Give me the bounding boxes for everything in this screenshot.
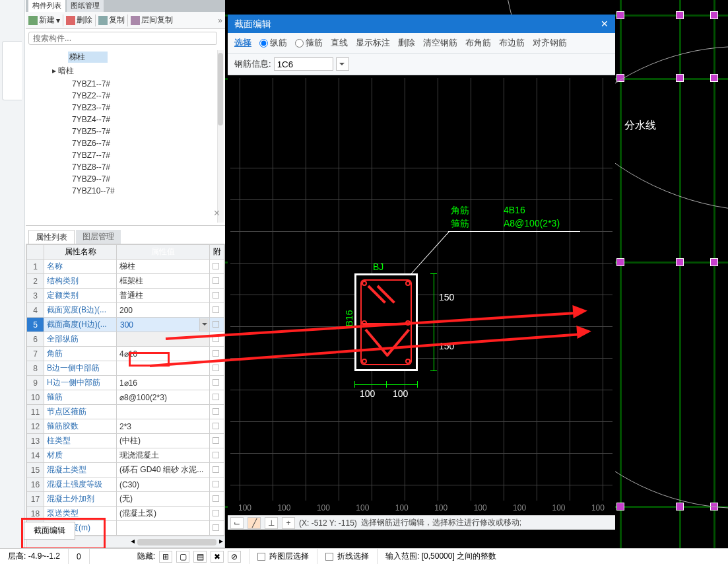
tree-item[interactable]: 7YBZ4--7# <box>72 114 225 125</box>
prop-row[interactable]: 9H边一侧中部筋1⌀16 <box>27 376 224 390</box>
tab-layer-mgmt[interactable]: 图层管理 <box>76 230 121 244</box>
tree-item[interactable]: 7YBZ7--7# <box>72 149 225 161</box>
stat-diag[interactable]: ╱ <box>248 517 261 529</box>
tool-edge[interactable]: 布边筋 <box>499 37 525 49</box>
prop-row[interactable]: 15混凝土类型(砾石 GD40 细砂 水泥... <box>27 463 224 477</box>
tree-root[interactable]: 梯柱 <box>68 52 108 63</box>
prop-value-dropdown[interactable] <box>199 318 209 331</box>
editor-canvas[interactable]: BJ B16 150 150 100 100 角筋 箍筋 4B16 A8@100… <box>228 75 615 516</box>
component-toolbar: 新建 ▾ 删除 复制 层间复制 » <box>26 12 225 29</box>
stat-plus[interactable]: + <box>282 517 295 529</box>
layercopy-icon <box>131 16 140 25</box>
tree-item[interactable]: 7YBZ5--7# <box>72 125 225 137</box>
tree-item[interactable]: 7YBZ1--7# <box>72 78 225 90</box>
annotation-label: 分水线 <box>624 119 656 133</box>
tool-delete[interactable]: 删除 <box>398 37 415 49</box>
tree-item[interactable]: 7YBZ3--7# <box>72 102 225 114</box>
tree-item[interactable]: 7YBZ10--7# <box>72 185 225 197</box>
col-attach: 附 <box>210 245 224 260</box>
hide-tool-1[interactable]: ⊞ <box>159 551 172 563</box>
tool-label[interactable]: 显示标注 <box>356 37 390 49</box>
tab-graph-manage[interactable]: 图纸管理 <box>67 0 104 12</box>
tree-item[interactable]: 7YBZ6--7# <box>72 137 225 149</box>
tool-select[interactable]: 选择 <box>234 37 251 49</box>
coord-readout: (X: -512 Y: -115) <box>299 518 357 528</box>
hide-tool-2[interactable]: ▢ <box>176 551 189 563</box>
stat-origin[interactable]: ⌙ <box>230 517 244 529</box>
tool-corner[interactable]: 布角筋 <box>465 37 491 49</box>
editor-close-icon[interactable]: ✕ <box>598 17 611 30</box>
tool-clear[interactable]: 清空钢筋 <box>423 37 457 49</box>
search-input[interactable] <box>28 32 217 45</box>
copy-icon <box>98 16 108 25</box>
zero-readout: 0 <box>77 552 81 561</box>
section-editor-window: 截面编辑 ✕ 选择 纵筋 箍筋 直线 显示标注 删除 清空钢筋 布角筋 布边筋 … <box>228 15 615 530</box>
steel-dropdown[interactable] <box>336 57 349 71</box>
hide-tool-3[interactable]: ▤ <box>193 551 207 563</box>
hide-tool-4[interactable]: ✖ <box>211 551 224 563</box>
tool-align[interactable]: 对齐钢筋 <box>533 37 567 49</box>
status-hint: 选择钢筋进行编辑，选择标注进行修改或移动; <box>361 517 521 528</box>
component-graph-tabs: 构件列表 图纸管理 <box>26 0 225 12</box>
tab-properties[interactable]: 属性列表 <box>28 230 75 244</box>
tool-line[interactable]: 直线 <box>331 37 348 49</box>
prop-row[interactable]: 7角筋4⌀16 <box>27 347 224 361</box>
dim-100b: 100 <box>393 388 408 399</box>
copy-button[interactable]: 复制 <box>98 15 125 26</box>
new-icon <box>28 16 38 25</box>
prop-row[interactable]: 3定额类别普通柱 <box>27 289 224 303</box>
prop-value-input[interactable] <box>119 318 199 331</box>
tree-item[interactable]: 7YBZ9--7# <box>72 173 225 185</box>
tree-item[interactable]: 7YBZ8--7# <box>72 161 225 173</box>
tree-item[interactable]: 7YBZ2--7# <box>72 90 225 102</box>
delete-button[interactable]: 删除 <box>66 15 92 26</box>
stat-perp[interactable]: ⊥ <box>265 517 278 529</box>
tree-child[interactable]: 暗柱 <box>58 66 74 75</box>
editor-statusbar: ⌙ ╱ ⊥ + (X: -512 Y: -115) 选择钢筋进行编辑，选择标注进… <box>228 515 615 530</box>
new-button[interactable]: 新建 ▾ <box>28 15 60 26</box>
hide-label: 隐藏: <box>137 551 155 562</box>
prop-row[interactable]: 4截面宽度(B边)(...200 <box>27 303 224 318</box>
dim-150a: 150 <box>439 292 454 302</box>
prop-row[interactable]: 12箍筋胶数2*3 <box>27 419 224 434</box>
radio-stirrup[interactable]: 箍筋 <box>295 37 323 49</box>
steel-input[interactable] <box>274 57 333 71</box>
property-grid: 属性名称 属性值 附 1名称梯柱2结构类别框架柱3定额类别普通柱4截面宽度(B边… <box>26 244 225 548</box>
legend-jiao: 角筋 <box>451 205 469 217</box>
prop-close-icon[interactable]: × <box>214 207 220 219</box>
prop-row[interactable]: 13柱类型(中柱) <box>27 434 224 448</box>
editor-titlebar[interactable]: 截面编辑 ✕ <box>228 15 615 33</box>
label-bj: BJ <box>373 262 383 272</box>
legend-ku-v: A8@100(2*3) <box>504 218 560 229</box>
range-hint: 输入范围: [0,50000] 之间的整数 <box>385 551 496 562</box>
dim-100a: 100 <box>360 388 375 399</box>
layercopy-button[interactable]: 层间复制 <box>131 15 173 26</box>
prop-row[interactable]: 10箍筋⌀8@100(2*3) <box>27 390 224 405</box>
tab-component-list[interactable]: 构件列表 <box>28 0 65 12</box>
polyline-check[interactable] <box>325 553 333 561</box>
col-name: 属性名称 <box>44 245 117 260</box>
tree-scroll-thumb[interactable] <box>218 53 223 125</box>
editor-title: 截面编辑 <box>234 18 271 29</box>
delete-icon <box>66 16 75 25</box>
editor-toolbar: 选择 纵筋 箍筋 直线 显示标注 删除 清空钢筋 布角筋 布边筋 对齐钢筋 <box>228 33 615 53</box>
label-b16: B16 <box>344 310 354 327</box>
steel-label: 钢筋信息: <box>234 58 271 70</box>
prop-row[interactable]: 2结构类别框架柱 <box>27 274 224 289</box>
prop-row[interactable]: 1名称梯柱 <box>27 260 224 274</box>
prop-row[interactable]: 14材质现浇混凝土 <box>27 448 224 463</box>
prop-row[interactable]: 17混凝土外加剂(无) <box>27 492 224 507</box>
prop-row[interactable]: 11节点区箍筋 <box>27 405 224 419</box>
legend-jiao-v: 4B16 <box>504 205 525 215</box>
hide-tool-5[interactable]: ⊘ <box>228 551 241 563</box>
legend-ku: 箍筋 <box>451 218 469 230</box>
section-edit-button[interactable]: 截面编辑 <box>24 522 75 540</box>
radio-longbar[interactable]: 纵筋 <box>259 37 287 49</box>
left-panel: 构件列表 图纸管理 新建 ▾ 删除 复制 层间复制 » 梯柱 ▸ 暗柱 7YBZ… <box>26 0 225 548</box>
app-statusbar: 层高: -4.9~-1.2 0 隐藏: ⊞ ▢ ▤ ✖ ⊘ 跨图层选择 折线选择… <box>0 548 728 564</box>
prop-row[interactable]: 6全部纵筋 <box>27 332 224 347</box>
cross-layer-check[interactable] <box>257 553 265 561</box>
prop-row[interactable]: 5截面高度(H边)(... <box>27 318 224 332</box>
component-tree: 梯柱 ▸ 暗柱 7YBZ1--7#7YBZ2--7#7YBZ3--7#7YBZ4… <box>26 48 225 226</box>
prop-row[interactable]: 16混凝土强度等级(C30) <box>27 477 224 492</box>
